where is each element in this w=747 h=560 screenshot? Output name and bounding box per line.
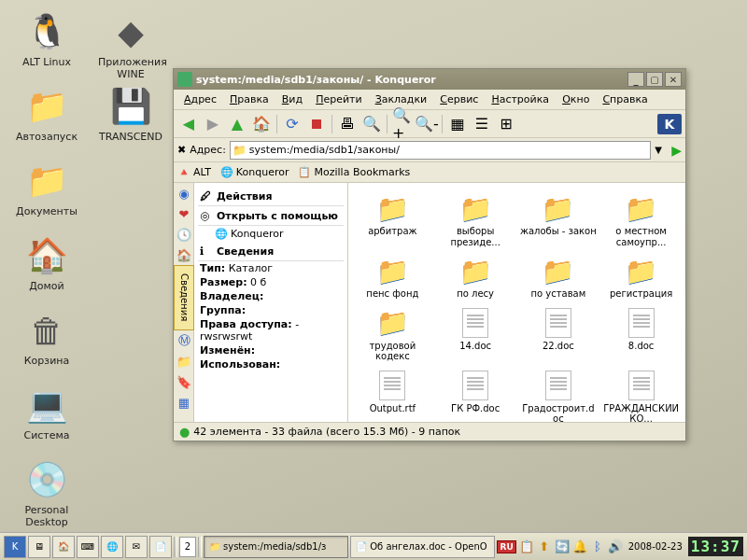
file-item[interactable]: ГК РФ.doc bbox=[435, 368, 516, 423]
info-header: ℹСведения bbox=[198, 242, 344, 261]
file-item[interactable]: Градостроит.doc bbox=[518, 368, 599, 423]
tree-view-button[interactable]: ⊞ bbox=[495, 113, 517, 135]
clear-address-button[interactable]: ✖ bbox=[177, 144, 186, 156]
tab-favorites[interactable]: ❤ bbox=[174, 203, 194, 224]
tab-root[interactable]: 📁 bbox=[174, 351, 194, 371]
desktop-icon[interactable]: 🗑Корзина bbox=[14, 308, 79, 367]
clock-time[interactable]: 13:37 bbox=[688, 537, 743, 556]
folder-item[interactable]: 📁выборы президе... bbox=[435, 190, 516, 249]
actions-header: 🖊Действия bbox=[198, 187, 344, 206]
folder-item[interactable]: 📁по лесу bbox=[435, 253, 516, 301]
desktop-icon[interactable]: 🐧ALT Linux bbox=[14, 9, 79, 68]
titlebar[interactable]: system:/media/sdb1/законы/ - Konqueror _… bbox=[174, 69, 685, 90]
zoom-in-button[interactable]: 🔍+ bbox=[391, 113, 414, 135]
address-dropdown[interactable]: ▼ bbox=[655, 145, 668, 155]
quick-office[interactable]: 📄 bbox=[149, 536, 172, 558]
tab-media[interactable]: ▦ bbox=[174, 392, 194, 413]
menubar: АдресПравкаВидПерейтиЗакладкиСервисНастр… bbox=[174, 90, 685, 110]
tray-bluetooth-icon[interactable]: ᛒ bbox=[590, 539, 605, 554]
folder-item[interactable]: 📁трудовой кодекс bbox=[352, 305, 433, 364]
toolbar: ◀ ▶ ▲ 🏠 ⟳ ⏹ 🖶 🔍 🔍+ 🔍- ▦ ☰ ⊞ K bbox=[174, 110, 685, 138]
forward-button[interactable]: ▶ bbox=[202, 113, 224, 135]
file-item[interactable]: 14.doc bbox=[435, 305, 516, 364]
stop-button[interactable]: ⏹ bbox=[305, 113, 328, 135]
side-panel: 🖊Действия ◎Открыть c помощью 🌐Konqueror … bbox=[194, 183, 348, 422]
open-with-konqueror[interactable]: 🌐Konqueror bbox=[198, 226, 344, 242]
file-item[interactable]: 22.doc bbox=[518, 305, 599, 364]
quick-browser[interactable]: 🌐 bbox=[101, 536, 123, 558]
find-button[interactable]: 🔍 bbox=[360, 113, 383, 135]
menu-item[interactable]: Окно bbox=[556, 91, 596, 107]
desktop-icon[interactable]: 🏠Домой bbox=[14, 233, 79, 292]
desktop-icon[interactable]: 💻Система bbox=[14, 383, 79, 441]
desktop-icon[interactable]: 💾TRANSCEND bbox=[98, 84, 163, 143]
quick-home[interactable]: 🏠 bbox=[52, 536, 75, 558]
menu-item[interactable]: Перейти bbox=[309, 91, 369, 107]
konqueror-window: system:/media/sdb1/законы/ - Konqueror _… bbox=[173, 68, 686, 441]
info-row: Владелец: bbox=[198, 289, 344, 303]
home-button[interactable]: 🏠 bbox=[250, 113, 273, 135]
tray-sync-icon[interactable]: 🔄 bbox=[555, 539, 570, 554]
tray-volume-icon[interactable]: 🔊 bbox=[608, 539, 623, 554]
tray-clipboard-icon[interactable]: 📋 bbox=[519, 539, 534, 554]
bookmark-item[interactable]: 🌐Konqueror bbox=[220, 166, 289, 179]
address-bar: ✖ Адрес: 📁 ▼ ▶ bbox=[174, 138, 685, 162]
tray-updates-icon[interactable]: ⬆ bbox=[537, 539, 552, 554]
back-button[interactable]: ◀ bbox=[177, 113, 200, 135]
go-button[interactable]: ▶ bbox=[671, 143, 682, 158]
kde-logo: K bbox=[657, 114, 682, 134]
quick-terminal[interactable]: ⌨ bbox=[77, 536, 99, 558]
taskbar-task[interactable]: 📁system:/media/sdb1/з bbox=[204, 536, 348, 558]
desktop-icon[interactable]: 📁Автозапуск bbox=[14, 84, 79, 143]
menu-item[interactable]: Сервис bbox=[433, 91, 485, 107]
folder-item[interactable]: 📁по уставам bbox=[518, 253, 599, 301]
minimize-button[interactable]: _ bbox=[627, 72, 644, 87]
keyboard-layout[interactable]: RU bbox=[497, 540, 515, 553]
icon-view-button[interactable]: ▦ bbox=[446, 113, 469, 135]
tab-network[interactable]: Ⓜ bbox=[174, 330, 194, 351]
file-item[interactable]: 8.doc bbox=[600, 305, 682, 364]
tray-bell-icon[interactable]: 🔔 bbox=[572, 539, 587, 554]
window-title: system:/media/sdb1/законы/ - Konqueror bbox=[196, 74, 436, 86]
folder-item[interactable]: 📁о местном самоупр... bbox=[600, 190, 682, 249]
reload-button[interactable]: ⟳ bbox=[281, 113, 303, 135]
file-item[interactable]: ГРАЖДАНСКИЙ КО... bbox=[600, 368, 682, 423]
list-view-button[interactable]: ☰ bbox=[471, 113, 493, 135]
tab-bookmarks2[interactable]: 🔖 bbox=[174, 371, 194, 392]
menu-item[interactable]: Адрес bbox=[177, 91, 223, 107]
close-button[interactable]: ✕ bbox=[665, 72, 682, 87]
tab-info[interactable]: Сведения bbox=[174, 265, 194, 330]
desktop-icon[interactable]: 💿Personal Desktop bbox=[14, 457, 79, 528]
zoom-out-button[interactable]: 🔍- bbox=[416, 113, 438, 135]
clock-date[interactable]: 2008-02-23 bbox=[626, 541, 685, 552]
menu-item[interactable]: Правка bbox=[223, 91, 275, 107]
address-input[interactable] bbox=[230, 141, 651, 160]
folder-item[interactable]: 📁жалобы - закон bbox=[518, 190, 599, 249]
show-desktop-button[interactable]: 🖥 bbox=[28, 536, 50, 558]
maximize-button[interactable]: ▢ bbox=[646, 72, 663, 87]
bookmark-item[interactable]: 🔺ALT bbox=[177, 166, 211, 179]
file-item[interactable]: Output.rtf bbox=[352, 368, 433, 423]
bookmarks-bar: 🔺ALT🌐Konqueror📋Mozilla Bookmarks bbox=[174, 162, 685, 183]
taskbar-task[interactable]: 📄Об ангелах.doc - OpenO bbox=[350, 536, 495, 558]
menu-item[interactable]: Закладки bbox=[369, 91, 434, 107]
tab-home[interactable]: 🏠 bbox=[174, 245, 194, 265]
menu-item[interactable]: Справка bbox=[596, 91, 654, 107]
folder-item[interactable]: 📁пенс фонд bbox=[352, 253, 433, 301]
quick-mail[interactable]: ✉ bbox=[125, 536, 148, 558]
print-button[interactable]: 🖶 bbox=[336, 113, 359, 135]
menu-item[interactable]: Настройка bbox=[485, 91, 556, 107]
file-view[interactable]: 📁арбитраж📁выборы президе...📁жалобы - зак… bbox=[348, 183, 685, 422]
taskbar: K 🖥 🏠 ⌨ 🌐 ✉ 📄 2 📁system:/media/sdb1/з📄Об… bbox=[0, 532, 747, 560]
folder-item[interactable]: 📁арбитраж bbox=[352, 190, 433, 249]
kmenu-button[interactable]: K bbox=[4, 536, 26, 558]
desktop-icon[interactable]: ◆Приложения WINE bbox=[98, 9, 163, 80]
tab-history[interactable]: 🕓 bbox=[174, 224, 194, 245]
folder-item[interactable]: 📁регистрация bbox=[600, 253, 682, 301]
tab-services[interactable]: ◉ bbox=[174, 183, 194, 203]
pager[interactable]: 2 bbox=[179, 537, 196, 557]
up-button[interactable]: ▲ bbox=[226, 113, 248, 135]
desktop-icon[interactable]: 📁Документы bbox=[14, 159, 79, 217]
bookmark-item[interactable]: 📋Mozilla Bookmarks bbox=[298, 166, 410, 179]
menu-item[interactable]: Вид bbox=[275, 91, 309, 107]
